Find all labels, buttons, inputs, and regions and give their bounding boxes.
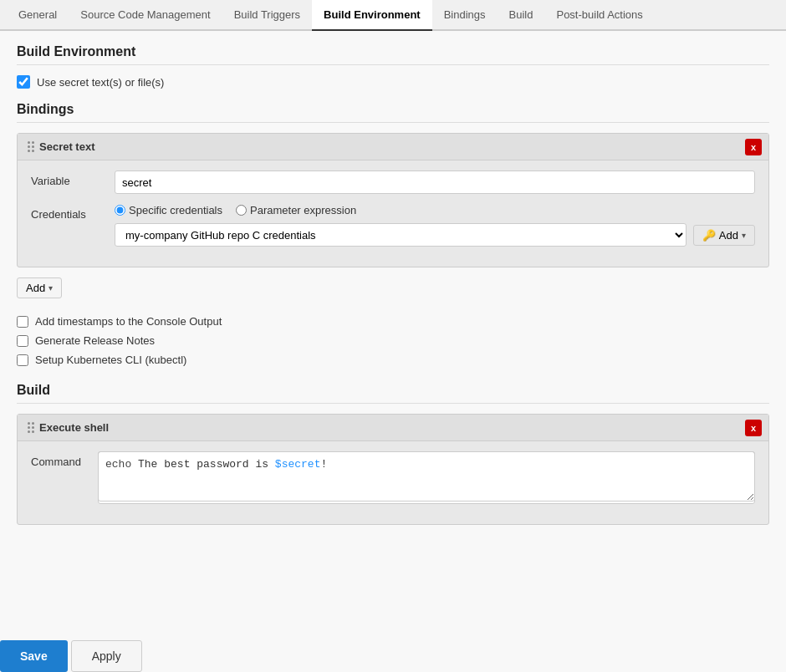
execute-shell-header: Execute shell x [18,415,768,441]
credential-add-caret: ▾ [742,231,746,240]
add-label: Add [26,282,45,294]
credentials-radio-group: Specific credentials Parameter expressio… [115,204,755,216]
specific-credentials-option[interactable]: Specific credentials [115,204,222,216]
drag-handle[interactable] [28,141,34,152]
secret-text-card-title: Secret text [39,140,94,153]
specific-credentials-radio[interactable] [115,205,125,216]
main-content: Build Environment Use secret text(s) or … [0,31,786,504]
credentials-control-wrap: Specific credentials Parameter expressio… [115,204,755,247]
tab-general[interactable]: General [7,0,69,31]
build-title: Build [17,383,769,404]
execute-shell-body: Command <span class="command-echo">echo<… [18,441,768,524]
option-label-1: Generate Release Notes [35,334,155,347]
bindings-add-button[interactable]: Add ▾ [17,277,62,298]
footer-bar: Save Apply [0,640,142,672]
bindings-section: Bindings Secret text x Variable [17,102,769,298]
option-label-0: Add timestamps to the Console Output [35,315,222,328]
tab-bar: General Source Code Management Build Tri… [0,0,786,31]
secret-text-card-header: Secret text x [18,134,768,160]
credential-add-label: Add [719,229,738,242]
option-checkbox-0[interactable] [17,316,28,328]
tab-build-environment[interactable]: Build Environment [312,0,432,31]
option-row-2: Setup Kubernetes CLI (kubectl) [17,350,769,369]
credentials-row: Credentials Specific credentials Paramet… [31,204,755,247]
command-label: Command [31,451,98,468]
secret-text-card: Secret text x Variable Credentials [17,133,769,267]
parameter-expression-option[interactable]: Parameter expression [236,204,356,216]
parameter-expression-label: Parameter expression [250,204,356,216]
execute-shell-drag-handle[interactable] [28,422,34,433]
add-caret: ▾ [48,283,53,293]
command-textarea[interactable]: <span class="command-echo">echo</span> T… [98,451,755,501]
build-section: Build Execute shell x Command < [17,383,769,491]
execute-shell-close-button[interactable]: x [745,420,762,436]
execute-shell-title: Execute shell [39,421,109,434]
bindings-add-row: Add ▾ [17,277,769,298]
credentials-label: Credentials [31,204,115,221]
key-icon: 🔑 [702,229,716,242]
variable-input[interactable] [115,171,755,194]
option-checkbox-2[interactable] [17,354,28,366]
use-secret-label: Use secret text(s) or file(s) [37,76,164,89]
tab-build[interactable]: Build [498,0,545,31]
option-row-1: Generate Release Notes [17,331,769,350]
variable-row: Variable [31,171,755,194]
secret-text-close-button[interactable]: x [745,139,762,155]
tab-bindings[interactable]: Bindings [432,0,498,31]
tab-build-triggers[interactable]: Build Triggers [222,0,312,31]
apply-button[interactable]: Apply [71,640,142,672]
bindings-title: Bindings [17,102,769,123]
save-button[interactable]: Save [0,640,68,672]
parameter-expression-radio[interactable] [236,205,247,216]
credential-select[interactable]: my-company GitHub repo C credentials [115,223,686,247]
command-row: Command <span class="command-echo">echo<… [31,451,755,504]
page-title: Build Environment [17,44,769,65]
tab-post-build-actions[interactable]: Post-build Actions [544,0,654,31]
use-secret-checkbox[interactable] [17,75,30,89]
command-input-wrap: <span class="command-echo">echo</span> T… [98,451,755,504]
tab-source-code-management[interactable]: Source Code Management [69,0,222,31]
execute-shell-card: Execute shell x Command <span class="com… [17,414,769,525]
credential-select-row: my-company GitHub repo C credentials 🔑 A… [115,223,755,247]
option-checkbox-1[interactable] [17,335,28,347]
option-row-0: Add timestamps to the Console Output [17,312,769,331]
secret-text-card-body: Variable Credentials Specific credential… [18,160,768,267]
use-secret-row: Use secret text(s) or file(s) [17,75,769,89]
credential-add-button[interactable]: 🔑 Add ▾ [693,225,755,246]
variable-label: Variable [31,171,115,187]
option-label-2: Setup Kubernetes CLI (kubectl) [35,354,186,366]
options-section: Add timestamps to the Console Output Gen… [17,312,769,369]
variable-input-wrap [115,171,755,194]
specific-credentials-label: Specific credentials [129,204,222,216]
